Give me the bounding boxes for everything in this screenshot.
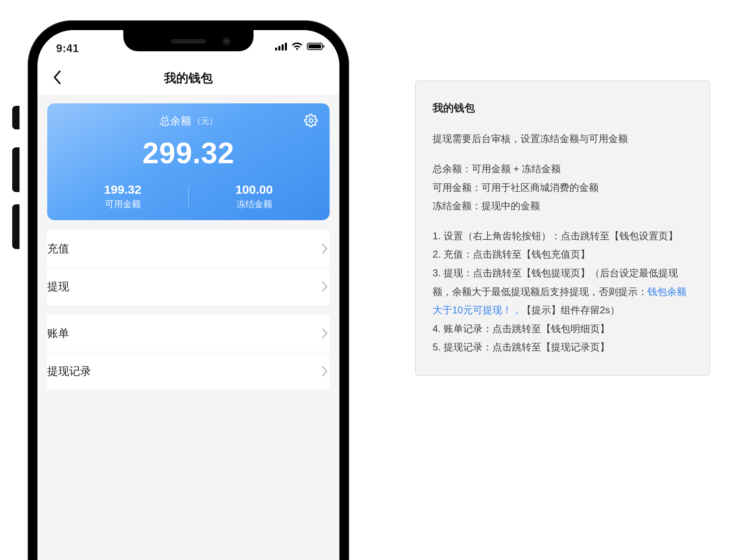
note-step-2: 2. 充值：点击跳转至【钱包充值页】 — [433, 245, 693, 264]
phone-frame: 9:41 — [28, 20, 349, 560]
menu-item-label: 账单 — [47, 326, 69, 341]
chevron-right-icon — [321, 365, 328, 377]
note-defs-block: 总余额：可用金额 + 冻结金额 可用金额：可用于社区商城消费的金额 冻结金额：提… — [433, 160, 693, 215]
svg-point-7 — [309, 118, 313, 122]
balance-frozen-label: 冻结金额 — [188, 198, 320, 210]
gear-icon — [304, 114, 318, 129]
back-button[interactable] — [47, 68, 67, 88]
phone-screen: 9:41 — [37, 30, 339, 560]
battery-icon — [307, 42, 325, 50]
note-def: 冻结金额：提现中的金额 — [433, 197, 693, 215]
svg-rect-3 — [285, 43, 287, 50]
svg-rect-6 — [323, 45, 324, 48]
status-time: 9:41 — [56, 42, 79, 55]
note-steps-block: 1. 设置（右上角齿轮按钮）：点击跳转至【钱包设置页】 2. 充值：点击跳转至【… — [433, 227, 693, 357]
menu-item-label: 提现记录 — [47, 364, 91, 378]
note-step-5: 5. 提现记录：点击跳转至【提现记录页】 — [433, 338, 693, 357]
spacer — [47, 389, 330, 560]
canvas: 9:41 — [0, 0, 739, 560]
note-desc: 提现需要后台审核，设置冻结金额与可用金额 — [433, 129, 693, 148]
menu-item-label: 充值 — [47, 241, 69, 256]
note-def: 可用金额：可用于社区商城消费的金额 — [433, 178, 693, 197]
menu-item-withdraw-records[interactable]: 提现记录 — [47, 352, 330, 389]
menu-item-recharge[interactable]: 充值 — [47, 230, 330, 267]
svg-rect-2 — [282, 44, 284, 50]
balance-frozen-value: 100.00 — [188, 183, 320, 197]
menu-item-label: 提现 — [47, 279, 69, 294]
menu-group-1: 充值 提现 — [47, 230, 330, 305]
note-step-3b: 【提示】组件存留2s） — [522, 304, 620, 315]
balance-total-unit: （元） — [193, 116, 217, 127]
menu-group-2: 账单 提现记录 — [47, 315, 330, 389]
balance-total-value: 299.32 — [57, 136, 320, 170]
chevron-right-icon — [321, 328, 328, 339]
page-title: 我的钱包 — [164, 70, 213, 87]
phone-mockup-viewport: 9:41 — [8, 8, 366, 560]
chevron-right-icon — [321, 281, 328, 292]
svg-rect-1 — [278, 46, 280, 50]
status-indicators — [275, 42, 325, 50]
page-content: 总余额 （元） 299.32 — [37, 103, 339, 560]
phone-speaker — [171, 39, 206, 44]
balance-sub-row: 199.32 可用金额 100.00 冻结金额 — [57, 183, 320, 210]
cellular-icon — [275, 42, 287, 50]
wifi-icon — [291, 42, 303, 50]
menu-item-withdraw[interactable]: 提现 — [47, 267, 330, 305]
menu-item-bill[interactable]: 账单 — [47, 315, 330, 352]
note-title: 我的钱包 — [433, 98, 693, 118]
chevron-left-icon — [52, 70, 61, 86]
balance-frozen: 100.00 冻结金额 — [188, 183, 320, 210]
phone-camera — [222, 37, 231, 46]
nav-bar: 我的钱包 — [37, 62, 339, 94]
note-step-3: 3. 提现：点击跳转至【钱包提现页】（后台设定最低提现额，余额大于最低提现额后支… — [433, 264, 693, 319]
svg-rect-5 — [308, 44, 321, 48]
note-step-3a: 3. 提现：点击跳转至【钱包提现页】（后台设定最低提现额，余额大于最低提现额后支… — [433, 267, 678, 297]
note-step-1: 1. 设置（右上角齿轮按钮）：点击跳转至【钱包设置页】 — [433, 227, 693, 245]
balance-total-label: 总余额 — [160, 114, 191, 128]
balance-header: 总余额 （元） — [57, 114, 320, 128]
note-step-4: 4. 账单记录：点击跳转至【钱包明细页】 — [433, 319, 693, 338]
chevron-right-icon — [321, 243, 328, 254]
svg-rect-0 — [275, 48, 277, 50]
balance-available-label: 可用金额 — [57, 198, 188, 210]
annotation-panel: 我的钱包 提现需要后台审核，设置冻结金额与可用金额 总余额：可用金额 + 冻结金… — [415, 81, 710, 376]
wallet-settings-button[interactable] — [303, 113, 319, 129]
balance-card: 总余额 （元） 299.32 — [47, 103, 330, 220]
phone-notch — [123, 30, 254, 51]
balance-available: 199.32 可用金额 — [57, 183, 188, 210]
note-desc-block: 提现需要后台审核，设置冻结金额与可用金额 — [433, 129, 693, 148]
balance-available-value: 199.32 — [57, 183, 188, 197]
note-def: 总余额：可用金额 + 冻结金额 — [433, 160, 693, 178]
